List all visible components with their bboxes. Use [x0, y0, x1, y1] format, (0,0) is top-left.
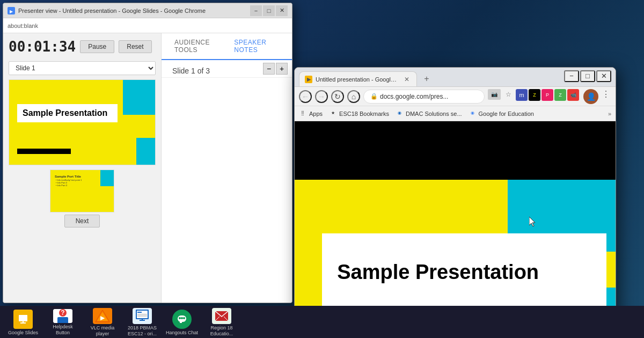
- bookmark-google-edu[interactable]: ◉ Google for Education: [469, 109, 536, 118]
- region18-label: Region 18 Educatio...: [204, 325, 239, 337]
- bookmark-apps[interactable]: ⣿ Apps: [299, 109, 325, 118]
- esc18-label: ESC18 Bookmarks: [339, 111, 389, 117]
- timer-display: 00:01:34: [9, 39, 76, 55]
- svg-rect-20: [140, 320, 145, 321]
- svg-rect-18: [137, 315, 147, 315]
- google-edu-favicon: ◉: [471, 111, 477, 117]
- apps-label: Apps: [309, 111, 323, 117]
- chrome-minimize-button[interactable]: −: [564, 70, 579, 82]
- profile-avatar[interactable]: 👤: [583, 89, 598, 104]
- dmac-favicon: ◉: [398, 111, 404, 117]
- svg-rect-3: [19, 315, 27, 321]
- bookmarks-more-button[interactable]: »: [608, 111, 611, 117]
- taskbar-item-region18[interactable]: Region 18 Educatio...: [203, 307, 240, 337]
- chrome-window-controls: − □ ✕: [564, 70, 611, 82]
- home-button[interactable]: ⌂: [347, 90, 360, 103]
- pause-button[interactable]: Pause: [80, 40, 114, 53]
- desktop: ▶ Presenter view - Untitled presentation…: [0, 0, 644, 338]
- back-button[interactable]: ←: [299, 90, 312, 103]
- taskbar-item-slides[interactable]: Google Slides: [4, 307, 42, 337]
- slide-selector[interactable]: Slide 1: [9, 61, 156, 75]
- zoom-out-button[interactable]: −: [263, 63, 275, 75]
- ext-icon-3[interactable]: P: [541, 89, 553, 101]
- tab-close-icon[interactable]: ✕: [402, 75, 411, 84]
- slide-counter: Slide 1 of 3: [166, 62, 263, 75]
- presenter-window: ▶ Presenter view - Untitled presentation…: [3, 3, 292, 303]
- chrome-content: Sample Presentation: [295, 121, 616, 329]
- speaker-notes-area: [162, 78, 292, 303]
- svg-rect-21: [142, 319, 143, 320]
- main-slide-preview: Sample Presentation: [9, 79, 156, 165]
- dmac-label: DMAC Solutions se...: [406, 111, 462, 117]
- chrome-maximize-button[interactable]: □: [580, 70, 595, 82]
- ext-icon-4[interactable]: Z: [554, 89, 566, 101]
- address-bar-icons: 📷 ☆ m Z P Z 📹 👤 ⋮: [488, 89, 611, 104]
- taskbar: Google Slides ? Helpdesk Button ▶: [0, 306, 644, 338]
- taskbar-item-helpdesk[interactable]: ? Helpdesk Button: [44, 307, 82, 337]
- vlc-label: VLC media player: [85, 325, 120, 337]
- right-panel-toolbar: Slide 1 of 3 − +: [162, 60, 292, 78]
- bookmark-esc18[interactable]: ★ ESC18 Bookmarks: [329, 109, 391, 118]
- close-button[interactable]: ✕: [276, 5, 288, 16]
- vlc-icon: ▶: [93, 308, 112, 324]
- presenter-titlebar: ▶ Presenter view - Untitled presentation…: [3, 3, 292, 18]
- maximize-button[interactable]: □: [263, 5, 275, 16]
- ext-icon-2[interactable]: Z: [529, 89, 540, 101]
- slide-title: Sample Presentation: [23, 108, 112, 118]
- taskbar-item-vlc[interactable]: ▶ VLC media player: [84, 307, 121, 337]
- pbmas-icon: [133, 308, 152, 324]
- svg-rect-4: [20, 322, 26, 324]
- mouse-cursor: [529, 217, 536, 226]
- profile-area: 👤: [583, 89, 598, 104]
- chrome-close-button[interactable]: ✕: [596, 70, 611, 82]
- helpdesk-icon: ?: [53, 309, 72, 323]
- slides-label: Google Slides: [8, 330, 38, 336]
- bookmark-dmac[interactable]: ◉ DMAC Solutions se...: [396, 109, 464, 118]
- mini-teal: [100, 170, 114, 186]
- tabs-bar: AUDIENCE TOOLS SPEAKER NOTES: [162, 33, 292, 60]
- next-button[interactable]: Next: [64, 215, 100, 227]
- zoom-in-button[interactable]: +: [276, 63, 288, 75]
- ext-icon-5[interactable]: 📹: [567, 89, 579, 101]
- esc18-favicon: ★: [331, 111, 338, 117]
- svg-point-26: [181, 317, 183, 319]
- mini-text-box: Sample Port Title • Info text/body/ text…: [54, 174, 83, 187]
- address-bar-input[interactable]: 🔒 docs.google.com/pres...: [363, 90, 485, 104]
- chrome-titlebar: ▶ Untitled presentation - Google S... ✕ …: [295, 68, 616, 87]
- menu-icon[interactable]: ⋮: [601, 89, 611, 100]
- right-panel: AUDIENCE TOOLS SPEAKER NOTES Slide 1 of …: [162, 33, 292, 303]
- next-slide-section: Sample Port Title • Info text/body/ text…: [9, 170, 156, 227]
- chrome-addressbar: ← → ↻ ⌂ 🔒 docs.google.com/pres... 📷 ☆ m …: [295, 87, 616, 106]
- url-display: docs.google.com/pres...: [380, 93, 448, 100]
- extension-icons: m Z P Z 📹: [516, 89, 579, 104]
- slides-icon: [13, 310, 33, 329]
- pbmas-label: 2018 PBMAS ESC12 - ori...: [125, 325, 160, 337]
- bookmark-star-icon[interactable]: ☆: [503, 89, 514, 100]
- url-bar: about:blank: [3, 18, 292, 33]
- bookmarks-bar: ⣿ Apps ★ ESC18 Bookmarks ◉ DMAC Solution…: [295, 106, 616, 121]
- slide-text-box: Sample Presentation: [17, 104, 118, 122]
- teal-accent-bottom: [136, 138, 155, 165]
- slide-main-title: Sample Presentation: [337, 261, 539, 284]
- tab-favicon: ▶: [305, 76, 312, 83]
- ext-icon-1[interactable]: m: [516, 89, 528, 101]
- taskbar-item-hangouts[interactable]: Hangouts Chat: [163, 307, 201, 337]
- tab-speaker-notes[interactable]: SPEAKER NOTES: [228, 33, 286, 60]
- url-text: about:blank: [8, 23, 38, 29]
- new-tab-button[interactable]: +: [419, 71, 434, 86]
- taskbar-item-pbmas[interactable]: 2018 PBMAS ESC12 - ori...: [123, 307, 161, 337]
- reset-button[interactable]: Reset: [119, 40, 151, 53]
- next-slide-mini: Sample Port Title • Info text/body/ text…: [50, 170, 114, 212]
- minimize-button[interactable]: −: [250, 5, 262, 16]
- chrome-tab-active[interactable]: ▶ Untitled presentation - Google S... ✕: [299, 71, 417, 86]
- video-icon[interactable]: 📷: [488, 89, 501, 100]
- svg-rect-8: [57, 317, 68, 323]
- forward-button[interactable]: →: [315, 90, 328, 103]
- tab-audience-tools[interactable]: AUDIENCE TOOLS: [168, 33, 228, 60]
- region18-icon: [212, 308, 231, 324]
- refresh-button[interactable]: ↻: [331, 90, 344, 103]
- slide-white-box: Sample Presentation: [322, 233, 606, 311]
- secure-icon: 🔒: [370, 93, 378, 100]
- teal-accent-top: [123, 80, 155, 115]
- hangouts-icon: [172, 310, 192, 329]
